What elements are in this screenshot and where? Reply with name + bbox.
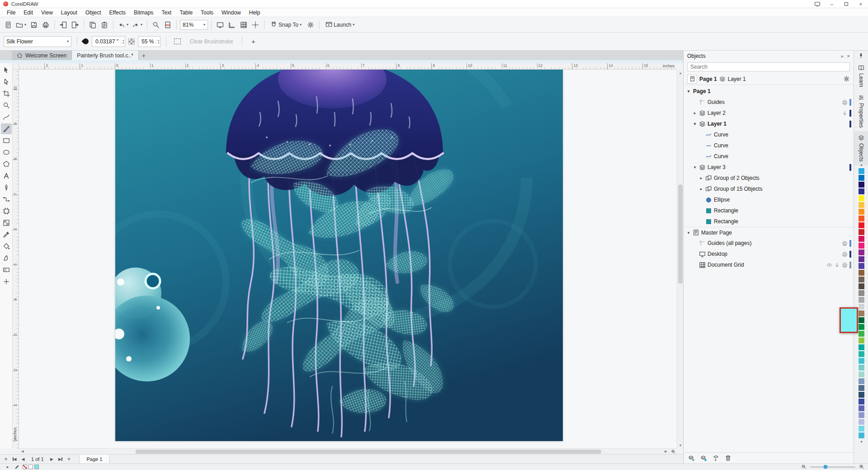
new-layer-button[interactable] (688, 455, 695, 461)
tab-document[interactable]: Painterly Brush tool.c..* (72, 51, 139, 60)
tree-row-curve[interactable]: Curve (684, 151, 854, 162)
tree-row-page-1[interactable]: ▾Page 1 (684, 86, 854, 97)
copy-button[interactable] (87, 19, 98, 31)
color-swatch[interactable] (858, 330, 865, 337)
color-swatch[interactable] (858, 290, 865, 296)
color-swatch[interactable] (858, 364, 865, 371)
close-button[interactable]: × (854, 0, 868, 8)
color-swatch[interactable] (858, 351, 865, 357)
tree-row-rectangle[interactable]: Rectangle (684, 205, 854, 216)
brushstroke-border-toggle[interactable] (172, 36, 183, 47)
palette-scroll-up-icon[interactable]: ▲ (858, 162, 865, 168)
spinner-arrows[interactable]: ▴▾ (121, 39, 124, 44)
move-to-layer-button[interactable] (712, 455, 719, 461)
scroll-right-icon[interactable]: ▶ (662, 449, 670, 455)
search-content-button[interactable] (151, 19, 161, 31)
objects-search[interactable] (687, 62, 850, 71)
crop-tool[interactable] (1, 88, 12, 99)
artistic-media-tool[interactable] (1, 123, 12, 134)
color-swatch[interactable] (858, 324, 865, 330)
color-swatch[interactable] (858, 371, 865, 378)
scroll-up-icon[interactable]: ▲ (677, 70, 684, 76)
menu-table[interactable]: Table (175, 9, 197, 17)
docker-collapse-icon[interactable]: » (840, 53, 843, 59)
new-tab-button[interactable]: + (139, 51, 149, 60)
status-color-swatch[interactable] (34, 465, 39, 469)
color-swatch[interactable] (858, 337, 865, 344)
expander-down-icon[interactable]: ▾ (685, 89, 692, 94)
color-swatch[interactable] (858, 344, 865, 351)
tab-welcome-screen[interactable]: Welcome Screen (12, 51, 72, 60)
expander-down-icon[interactable]: ▾ (685, 230, 692, 235)
breadcrumb-layer[interactable]: Layer 1 (728, 76, 746, 82)
color-swatch[interactable] (858, 215, 865, 222)
connector-tool[interactable] (1, 194, 12, 205)
docker-tab-objects[interactable]: Objects (854, 131, 868, 165)
no-color-swatch[interactable] (23, 465, 27, 469)
color-swatch[interactable] (858, 425, 865, 432)
tree-row-layer-1[interactable]: ▾Layer 1 (684, 118, 854, 129)
zoom-in-icon[interactable] (859, 464, 864, 470)
horizontal-scroll-track[interactable] (26, 449, 662, 455)
next-page-button[interactable]: ▶ (48, 455, 56, 463)
color-swatch[interactable] (858, 235, 865, 242)
save-button[interactable] (28, 19, 39, 31)
menu-window[interactable]: Window (217, 9, 245, 17)
tree-row-guides[interactable]: Guides (684, 97, 854, 108)
ellipse-tool[interactable] (1, 147, 12, 158)
expander-right-icon[interactable]: ▸ (698, 176, 704, 180)
transparency-tool[interactable] (1, 217, 12, 228)
add-page-button[interactable]: + (2, 455, 10, 463)
menu-layout[interactable]: Layout (57, 9, 81, 17)
horizontal-scroll-thumb[interactable] (136, 450, 601, 454)
zoom-level-combo[interactable]: 81%▾ (180, 20, 208, 30)
maximize-button[interactable] (839, 0, 854, 8)
last-page-button[interactable]: ▶ (57, 455, 65, 463)
tree-row-ellipse[interactable]: Ellipse (684, 194, 854, 205)
polygon-tool[interactable] (1, 159, 12, 169)
color-swatch[interactable] (858, 412, 865, 418)
docker-close-icon[interactable]: × (847, 53, 850, 59)
vertical-scrollbar[interactable]: ▲ ▼ (677, 70, 683, 448)
tree-row-curve[interactable]: Curve (684, 140, 854, 151)
color-swatch[interactable] (858, 168, 865, 174)
tree-row-document-grid[interactable]: Document Grid (684, 259, 854, 270)
color-swatch[interactable] (858, 317, 865, 324)
eyedropper-tool[interactable] (1, 229, 12, 240)
color-swatch[interactable] (858, 357, 865, 364)
menu-help[interactable]: Help (245, 9, 264, 17)
new-master-layer-button[interactable] (700, 455, 707, 461)
color-swatch[interactable] (858, 405, 865, 412)
menu-view[interactable]: View (37, 9, 57, 17)
menu-file[interactable]: File (3, 9, 19, 17)
color-swatch[interactable] (858, 418, 865, 425)
stroke-width-spinner[interactable]: 0.03187 " ▴▾ (92, 36, 125, 47)
zoom-slider[interactable] (810, 465, 855, 469)
horizontal-ruler[interactable]: inches 210123456789101112131415 (19, 63, 677, 70)
status-color-swatch[interactable] (28, 465, 33, 469)
launch-dropdown[interactable]: Launch▾ (323, 19, 357, 31)
color-swatch[interactable] (858, 195, 865, 202)
page-icon[interactable] (687, 75, 697, 84)
menu-effects[interactable]: Effects (105, 9, 130, 17)
color-swatch[interactable] (858, 310, 865, 317)
artboard-tool[interactable] (1, 206, 12, 216)
pick-tool[interactable] (1, 65, 12, 75)
scroll-down-icon[interactable]: ▼ (677, 442, 684, 448)
docker-tab-learn[interactable]: Learn (854, 61, 868, 91)
pen-tool[interactable] (1, 182, 12, 193)
open-button[interactable]: ▾ (14, 19, 28, 31)
color-swatch[interactable] (858, 296, 865, 303)
page-tab[interactable]: Page 1 (79, 455, 110, 464)
interactive-fill-tool[interactable] (1, 264, 12, 275)
text-tool[interactable] (1, 170, 12, 181)
brushstroke-style-combo[interactable]: Silk Flower ▾ (4, 36, 71, 47)
snap-to-dropdown[interactable]: Snap To▾ (268, 19, 304, 31)
menu-text[interactable]: Text (157, 9, 175, 17)
publish-to-pdf-button[interactable]: PDF (162, 19, 173, 31)
vertical-ruler[interactable]: inches 109876543210 (13, 70, 19, 448)
first-page-button[interactable]: ◀ (10, 455, 19, 463)
options-button[interactable] (305, 19, 316, 31)
color-swatch[interactable] (858, 391, 865, 398)
new-document-button[interactable] (3, 19, 14, 31)
